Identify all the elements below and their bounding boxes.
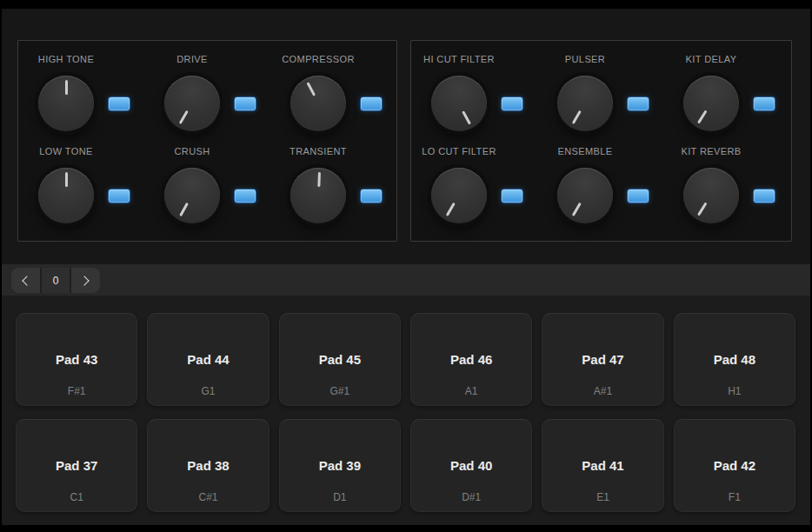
kit-delay-led-button[interactable] <box>753 96 775 111</box>
pad-name: Pad 48 <box>675 352 795 368</box>
kit-reverb-led-button[interactable] <box>753 189 775 203</box>
knob-label: LOW TONE <box>10 146 123 157</box>
knob-indicator <box>154 65 230 141</box>
knob-indicator <box>281 66 356 142</box>
pad-name: Pad 42 <box>675 458 795 474</box>
pad-note: A1 <box>411 385 531 397</box>
transient-led-button[interactable] <box>360 189 383 203</box>
chevron-left-icon <box>22 276 31 285</box>
pad-name: Pad 46 <box>411 352 531 368</box>
knob-group-ensemble: ENSEMBLE <box>529 146 642 223</box>
pad-39[interactable]: Pad 39 D1 <box>279 419 401 512</box>
knob-indicator <box>673 65 749 142</box>
knob-group-drive: DRIVE <box>136 54 249 131</box>
ensemble-knob[interactable] <box>557 168 613 223</box>
pad-note: D1 <box>280 491 400 503</box>
drive-knob[interactable] <box>164 76 220 131</box>
compressor-knob[interactable] <box>290 76 346 131</box>
knob-group-low-tone: LOW TONE <box>10 146 123 223</box>
kit-delay-knob[interactable] <box>683 76 739 131</box>
knob-label: PULSER <box>529 54 642 65</box>
knob-group-pulser: PULSER <box>529 54 642 131</box>
knob-indicator <box>421 65 496 141</box>
pad-name: Pad 40 <box>411 458 531 474</box>
high-tone-knob[interactable] <box>38 76 94 131</box>
pad-note: G#1 <box>280 385 400 397</box>
knob-group-high-tone: HIGH TONE <box>10 54 123 131</box>
hi-cut-filter-led-button[interactable] <box>501 96 523 111</box>
lo-cut-filter-led-button[interactable] <box>501 189 523 203</box>
drive-led-button[interactable] <box>234 96 256 111</box>
crush-knob[interactable] <box>164 168 220 223</box>
knob-group-transient: TRANSIENT <box>262 146 375 223</box>
compressor-led-button[interactable] <box>360 96 383 111</box>
pad-name: Pad 39 <box>280 458 400 474</box>
pad-47[interactable]: Pad 47 A#1 <box>542 313 663 406</box>
knob-group-kit-delay: KIT DELAY <box>655 54 768 131</box>
crush-led-button[interactable] <box>234 189 256 203</box>
pad-43[interactable]: Pad 43 F#1 <box>16 313 137 406</box>
pager-value: 0 <box>42 268 70 293</box>
pad-44[interactable]: Pad 44 G1 <box>147 313 269 406</box>
knob-indicator <box>154 157 230 233</box>
transient-knob[interactable] <box>290 168 346 223</box>
pad-note: D#1 <box>411 491 531 503</box>
pad-bank-pager: 0 <box>11 268 100 293</box>
pager-next-button[interactable] <box>71 268 100 293</box>
pad-grid: Pad 43 F#1 Pad 44 G1 Pad 45 G#1 Pad 46 A… <box>2 296 810 525</box>
tone-panel: HIGH TONE DRIVE COMPRESSOR <box>17 40 397 242</box>
knob-label: KIT DELAY <box>655 54 768 65</box>
knob-label: HIGH TONE <box>10 54 123 65</box>
pad-37[interactable]: Pad 37 C1 <box>16 419 137 512</box>
pulser-led-button[interactable] <box>627 96 649 111</box>
pad-40[interactable]: Pad 40 D#1 <box>410 419 532 512</box>
knob-indicator <box>547 157 622 233</box>
knob-label: ENSEMBLE <box>529 146 642 157</box>
knob-group-crush: CRUSH <box>136 146 249 223</box>
knob-label: KIT REVERB <box>655 146 768 157</box>
kit-reverb-knob[interactable] <box>683 168 739 223</box>
pad-name: Pad 41 <box>542 458 662 474</box>
knob-indicator <box>38 76 94 131</box>
pager-bar: 0 <box>2 264 810 296</box>
pad-name: Pad 38 <box>148 458 268 474</box>
knob-label: TRANSIENT <box>262 146 375 157</box>
pad-note: G1 <box>148 385 268 397</box>
pad-41[interactable]: Pad 41 E1 <box>542 419 663 512</box>
pad-note: C1 <box>17 491 136 503</box>
pad-name: Pad 47 <box>542 352 662 368</box>
knob-label: HI CUT FILTER <box>403 54 516 65</box>
lo-cut-filter-knob[interactable] <box>431 168 487 223</box>
knob-label: CRUSH <box>136 146 249 157</box>
knob-indicator <box>547 65 622 141</box>
pad-note: A#1 <box>542 385 662 397</box>
pad-name: Pad 45 <box>280 352 400 368</box>
pad-48[interactable]: Pad 48 H1 <box>674 313 795 406</box>
low-tone-led-button[interactable] <box>108 189 130 203</box>
knob-label: LO CUT FILTER <box>403 146 516 157</box>
hi-cut-filter-knob[interactable] <box>431 76 487 131</box>
pad-note: H1 <box>675 385 795 397</box>
ensemble-led-button[interactable] <box>627 189 649 203</box>
knob-label: DRIVE <box>136 54 249 65</box>
pad-46[interactable]: Pad 46 A1 <box>410 313 532 406</box>
pad-42[interactable]: Pad 42 F1 <box>674 419 795 512</box>
pad-38[interactable]: Pad 38 C#1 <box>147 419 269 512</box>
pad-note: E1 <box>542 491 662 503</box>
pad-note: F#1 <box>17 385 136 397</box>
pager-prev-button[interactable] <box>11 268 40 293</box>
pulser-knob[interactable] <box>557 76 613 131</box>
drum-machine-plugin-window: HIGH TONE DRIVE COMPRESSOR <box>0 0 812 532</box>
knob-indicator <box>38 168 94 223</box>
smart-controls-section: HIGH TONE DRIVE COMPRESSOR <box>2 9 810 264</box>
pad-name: Pad 44 <box>148 352 268 368</box>
high-tone-led-button[interactable] <box>108 96 130 111</box>
knob-indicator <box>290 167 347 224</box>
low-tone-knob[interactable] <box>38 168 94 223</box>
knob-indicator <box>421 157 496 233</box>
knob-group-hi-cut-filter: HI CUT FILTER <box>403 54 516 131</box>
pad-45[interactable]: Pad 45 G#1 <box>279 313 401 406</box>
chevron-right-icon <box>79 276 89 285</box>
pad-note: F1 <box>675 491 795 503</box>
knob-group-kit-reverb: KIT REVERB <box>655 146 768 223</box>
